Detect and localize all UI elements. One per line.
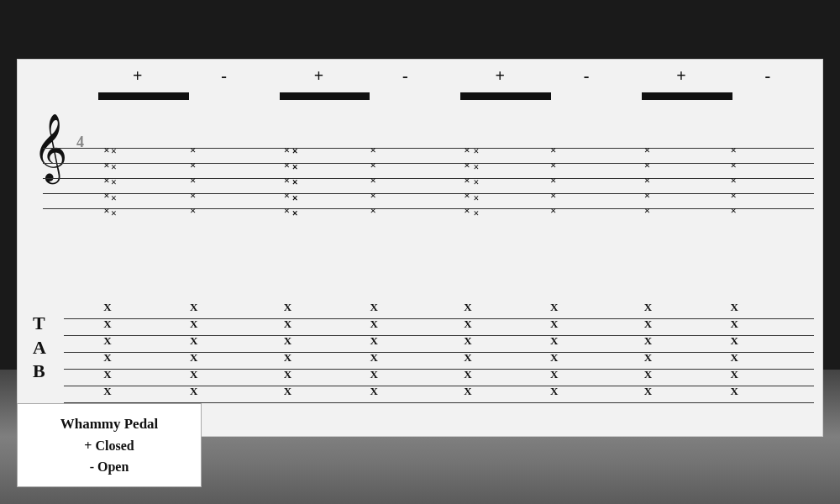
whammy-minus: - Open [30, 456, 188, 478]
staff-x-col-1: ××××× [103, 143, 109, 218]
minus-sign-2: - [402, 66, 408, 86]
plus-sign-1: + [133, 66, 142, 86]
pm-group-1: + - [89, 66, 270, 86]
tab-x-col-2: XXXXXX [190, 299, 197, 400]
staff-x-col-3: ××××× [284, 143, 290, 218]
whammy-plus: + Closed [30, 435, 188, 457]
tab-x-col-7: XXXXXX [644, 299, 652, 400]
pm-group-4: + - [633, 66, 814, 86]
staff-section: 𝄞 4 ××××× ××××× ××××× [18, 93, 822, 278]
staff-x-col-4: ××××× [370, 143, 376, 218]
whammy-title: Whammy Pedal [30, 412, 188, 435]
plus-sign-3: + [495, 66, 504, 86]
pm-group-3: + - [452, 66, 633, 86]
plus-sign-4: + [676, 66, 685, 86]
staff-x-col-6: ××××× [550, 143, 556, 218]
tab-x-col-1: XXXXXX [103, 299, 111, 400]
staff-x-col-8: ××××× [731, 143, 737, 218]
notation-area: + - + - + - + - [17, 59, 823, 437]
whammy-legend: Whammy Pedal + Closed - Open [17, 403, 202, 487]
tab-x-col-3: XXXXXX [284, 299, 291, 400]
plus-minus-row: + - + - + - + - [89, 66, 814, 86]
tab-x-col-4: XXXXXX [370, 299, 378, 400]
pm-group-2: + - [270, 66, 452, 86]
plus-sign-2: + [314, 66, 323, 86]
staff-x-col-5: ××××× [464, 143, 470, 218]
tab-x-col-5: XXXXXX [464, 299, 471, 400]
staff-x-col-7: ××××× [644, 143, 650, 218]
minus-sign-1: - [221, 66, 227, 86]
tab-x-col-6: XXXXXX [550, 299, 558, 400]
staff-x-col-2: ××××× [190, 143, 196, 218]
tab-x-col-8: XXXXXX [731, 299, 738, 400]
minus-sign-3: - [584, 66, 590, 86]
minus-sign-4: - [764, 66, 770, 86]
